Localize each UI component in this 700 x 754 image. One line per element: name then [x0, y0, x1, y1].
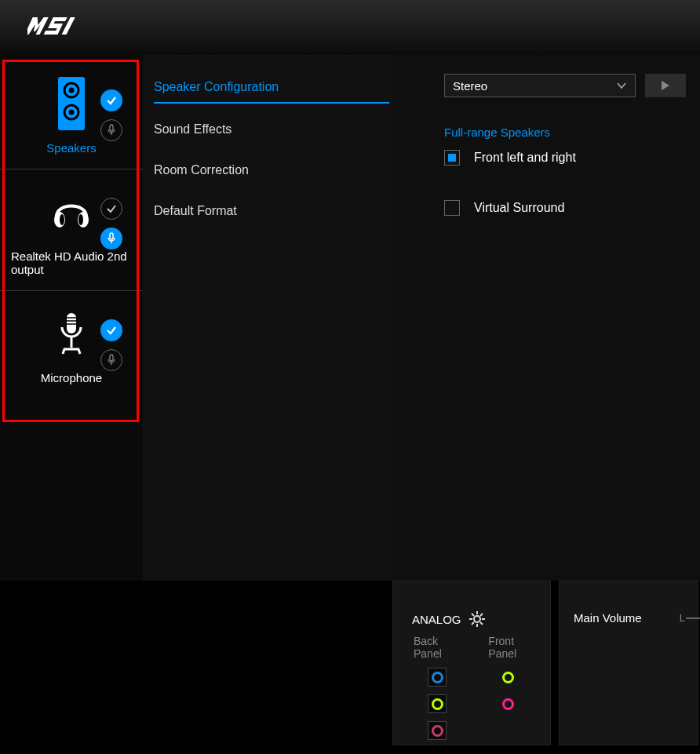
- svg-line-28: [472, 622, 474, 625]
- play-test-button[interactable]: [645, 74, 686, 97]
- speaker-icon: [58, 77, 85, 130]
- headphones-icon: [52, 195, 91, 229]
- sidebar-device-speakers[interactable]: Speakers: [0, 55, 143, 169]
- mic-assign-icon[interactable]: [100, 119, 122, 141]
- svg-point-9: [78, 214, 83, 225]
- mic-assign-icon[interactable]: [100, 349, 122, 371]
- checkbox-row-front-lr[interactable]: Front left and right: [444, 150, 700, 166]
- jack-back-2[interactable]: [428, 694, 447, 713]
- tab-sound-effects[interactable]: Sound Effects: [154, 115, 392, 144]
- mic-assign-icon[interactable]: [100, 228, 122, 250]
- checkbox-label: Front left and right: [474, 151, 576, 165]
- svg-rect-0: [58, 77, 85, 130]
- jack-front-2[interactable]: [498, 694, 517, 713]
- speaker-config-select[interactable]: Stereo: [444, 74, 636, 97]
- play-icon: [661, 80, 670, 91]
- analog-panel: ANALOG Back Panel Front Panel: [392, 581, 551, 745]
- device-label: Speakers: [6, 141, 137, 155]
- svg-line-17: [63, 349, 64, 354]
- select-value: Stereo: [453, 79, 487, 93]
- device-sidebar: Speakers: [0, 55, 143, 581]
- checkbox-virtual-surround[interactable]: [444, 200, 460, 216]
- svg-rect-10: [110, 233, 113, 239]
- back-panel-label: Back Panel: [414, 635, 460, 660]
- analog-title: ANALOG: [412, 613, 461, 626]
- sidebar-device-microphone[interactable]: Microphone: [0, 291, 143, 399]
- jack-back-3[interactable]: [428, 721, 447, 740]
- checkbox-row-virtual[interactable]: Virtual Surround: [444, 200, 700, 216]
- chevron-down-icon: [616, 82, 627, 89]
- svg-rect-5: [110, 125, 113, 131]
- microphone-icon: [58, 311, 85, 355]
- app-header: [0, 0, 700, 55]
- default-check-icon[interactable]: [100, 319, 122, 341]
- msi-logo: [27, 14, 100, 38]
- svg-line-25: [472, 614, 474, 616]
- settings-tabs: Speaker Configuration Sound Effects Room…: [143, 55, 392, 581]
- front-panel-jacks: [498, 668, 517, 740]
- volume-slider-fragment[interactable]: [686, 617, 700, 619]
- checkbox-front-lr[interactable]: [444, 150, 460, 166]
- main-volume-label: Main Volume: [574, 611, 642, 625]
- default-check-icon[interactable]: [100, 89, 122, 111]
- device-label: Microphone: [6, 371, 137, 384]
- jack-front-1[interactable]: [498, 668, 517, 687]
- back-panel-jacks: [428, 668, 447, 740]
- front-panel-label: Front Panel: [488, 635, 536, 660]
- gear-icon[interactable]: [469, 611, 485, 627]
- tab-speaker-configuration[interactable]: Speaker Configuration: [154, 72, 389, 104]
- svg-rect-19: [110, 355, 113, 361]
- tab-room-correction[interactable]: Room Correction: [154, 155, 392, 185]
- svg-line-18: [78, 349, 80, 354]
- sidebar-device-realtek[interactable]: Realtek HD Audio 2nd output: [0, 169, 143, 291]
- main-volume-panel: Main Volume L: [559, 581, 698, 745]
- checkbox-label: Virtual Surround: [474, 201, 564, 215]
- device-label: Realtek HD Audio 2nd output: [6, 250, 137, 276]
- section-full-range: Full-range Speakers: [444, 126, 700, 139]
- svg-point-8: [60, 214, 64, 225]
- svg-rect-11: [67, 313, 76, 333]
- svg-line-27: [480, 614, 483, 616]
- content-pane: Stereo Full-range Speakers Front left an…: [392, 55, 700, 581]
- svg-point-2: [69, 88, 75, 93]
- svg-point-20: [474, 616, 480, 622]
- svg-line-26: [480, 622, 483, 625]
- jack-back-1[interactable]: [428, 668, 447, 687]
- svg-point-4: [69, 110, 75, 115]
- tab-default-format[interactable]: Default Format: [154, 196, 392, 226]
- default-check-icon[interactable]: [100, 198, 122, 220]
- channel-letter: L: [680, 612, 685, 624]
